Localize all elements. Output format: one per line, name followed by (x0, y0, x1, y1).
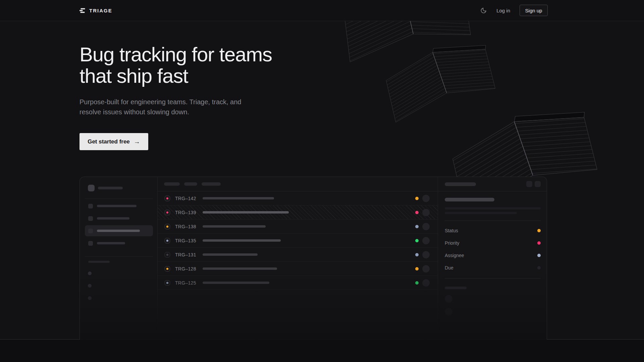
detail-action-button[interactable] (526, 181, 532, 187)
placeholder-bar (97, 242, 125, 244)
moon-icon (480, 7, 487, 14)
brand-name: TRIAGE (89, 8, 112, 13)
footer-strip (0, 340, 644, 362)
brand[interactable]: TRIAGE (79, 8, 112, 13)
placeholder-bar (445, 212, 517, 214)
workspace-avatar (88, 185, 95, 191)
sidebar-item-icon (88, 216, 93, 221)
preview-sidebar (80, 177, 158, 340)
headline-line-1: Bug tracking for teams (79, 44, 272, 65)
divider (85, 256, 153, 257)
status-value-dot (537, 229, 541, 232)
issue-title-bar (203, 197, 274, 199)
issue-id: TRG–135 (175, 238, 198, 243)
issue-row[interactable]: TRG–135 (158, 234, 438, 248)
sidebar-item-active[interactable] (85, 225, 153, 236)
sidebar-item[interactable] (85, 212, 153, 225)
app-preview-panel: TRG–142 TRG–139 TRG–138 (79, 177, 547, 340)
issue-list: TRG–142 TRG–139 TRG–138 (158, 177, 438, 340)
placeholder-bar (97, 230, 140, 232)
assignee-avatar (422, 195, 430, 202)
issue-title-bar (203, 211, 289, 214)
issue-id: TRG–131 (175, 252, 198, 257)
login-link[interactable]: Log in (496, 8, 510, 13)
issue-type-icon (165, 238, 170, 243)
placeholder-tab[interactable] (184, 182, 197, 186)
sidebar-dot (88, 296, 92, 300)
status-dot (415, 197, 419, 200)
sidebar-item[interactable] (85, 200, 153, 212)
issue-id: TRG–128 (175, 266, 198, 272)
issue-row[interactable]: TRG–128 (158, 262, 438, 276)
hero-headline: Bug tracking for teams that ship fast (79, 44, 272, 87)
issue-type-icon (165, 224, 170, 229)
issue-id: TRG–142 (175, 196, 198, 201)
get-started-button[interactable]: Get started free → (79, 133, 148, 150)
triage-logo-icon (79, 8, 85, 13)
issue-type-icon (165, 280, 170, 286)
issue-row-selected[interactable]: TRG–139 (158, 205, 438, 220)
signup-button[interactable]: Sign up (520, 5, 548, 16)
sidebar-item-icon (88, 229, 93, 233)
issue-type-icon (165, 196, 170, 201)
issue-title-bar (203, 225, 266, 228)
issue-id: TRG–139 (175, 210, 198, 215)
issue-row[interactable]: TRG–138 (158, 220, 438, 234)
status-dot (415, 253, 419, 256)
placeholder-bar (445, 207, 541, 209)
issue-row[interactable]: TRG–142 (158, 191, 438, 205)
headline-line-2: that ship fast (79, 65, 272, 87)
status-dot (415, 281, 419, 285)
detail-field-status[interactable]: Status (445, 224, 541, 237)
sidebar-dot (88, 284, 92, 288)
hero-subtitle: Purpose-built for engineering teams. Tri… (79, 97, 247, 117)
placeholder-bar (445, 287, 467, 289)
issue-row[interactable]: TRG–125 (158, 276, 438, 290)
assignee-avatar (422, 223, 430, 230)
workspace-switcher[interactable] (80, 177, 157, 191)
detail-action-button[interactable] (535, 181, 541, 187)
theme-toggle-button[interactable] (480, 7, 487, 14)
issue-title-bar (203, 267, 277, 270)
assignee-value-dot (537, 254, 541, 257)
issue-row[interactable]: TRG–131 (158, 248, 438, 262)
placeholder-bar (445, 182, 476, 186)
detail-title-bar (445, 198, 494, 201)
sidebar-item[interactable] (85, 237, 153, 249)
due-value-dot (537, 266, 541, 269)
placeholder-bar (98, 187, 123, 189)
field-label: Due (445, 265, 453, 270)
detail-field-due[interactable]: Due (445, 261, 541, 274)
assignee-avatar (422, 251, 430, 258)
field-label: Priority (445, 240, 460, 246)
issue-type-icon (165, 252, 170, 257)
comment-avatar (445, 308, 452, 316)
field-label: Status (445, 228, 458, 233)
issue-type-icon (165, 266, 170, 272)
top-navbar: TRIAGE Log in Sign up (0, 0, 644, 21)
assignee-avatar (422, 237, 430, 244)
placeholder-bar (88, 261, 110, 263)
field-label: Assignee (445, 253, 464, 258)
detail-field-priority[interactable]: Priority (445, 237, 541, 249)
placeholder-bar (97, 205, 137, 207)
detail-field-assignee[interactable]: Assignee (445, 249, 541, 261)
issue-id: TRG–138 (175, 224, 198, 229)
issue-detail-panel: Status Priority Assignee Due (438, 177, 547, 340)
landing-page: TRIAGE Log in Sign up (0, 0, 644, 362)
status-dot (415, 267, 419, 270)
comment-avatar (445, 295, 452, 303)
status-dot (415, 239, 419, 242)
priority-value-dot (537, 241, 541, 245)
issue-title-bar (203, 253, 258, 256)
get-started-label: Get started free (88, 138, 130, 145)
issue-list-header (158, 177, 438, 191)
status-dot (415, 211, 419, 214)
sidebar-item-icon (88, 204, 93, 208)
placeholder-tab[interactable] (164, 182, 180, 186)
arrow-right-icon: → (134, 138, 140, 145)
sidebar-dot (88, 272, 92, 275)
placeholder-tab[interactable] (202, 182, 221, 186)
issue-title-bar (203, 282, 269, 284)
issue-type-icon (165, 210, 170, 215)
